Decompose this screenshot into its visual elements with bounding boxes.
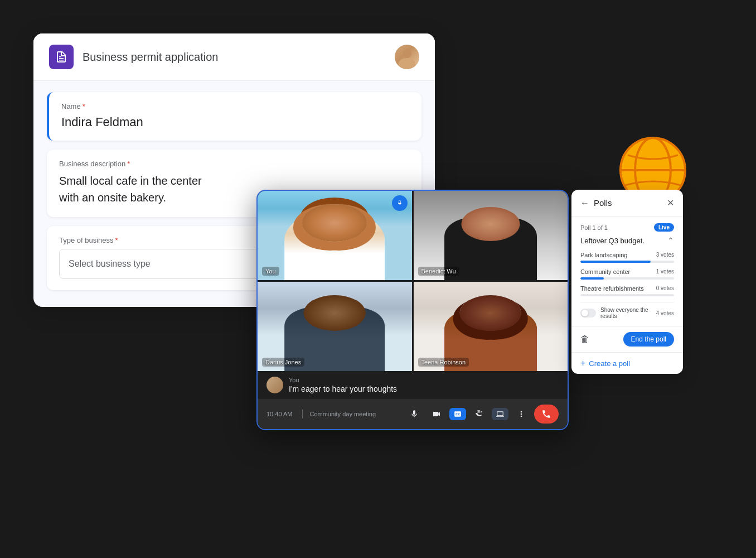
present-button[interactable] xyxy=(492,408,508,420)
tile-label-you: You xyxy=(262,267,279,276)
camera-button[interactable] xyxy=(427,405,446,424)
video-tile-darius: Darius Jones xyxy=(258,282,412,371)
cc-button[interactable] xyxy=(449,408,466,420)
video-tile-teena: Teena Robinson xyxy=(414,282,568,371)
chat-sender: You xyxy=(289,377,559,383)
poll-meta: Poll 1 of 1 Live xyxy=(580,223,674,232)
show-results-toggle[interactable] xyxy=(580,309,596,318)
poll-option-1: Community center 1 votes xyxy=(580,268,674,280)
option-votes-0: 3 votes xyxy=(656,252,674,258)
poll-option-2: Theatre refurbishments 0 votes xyxy=(580,285,674,296)
meeting-name: Community day meeting xyxy=(309,411,401,417)
option-bar-0 xyxy=(580,261,674,263)
form-title: Business permit application xyxy=(83,51,395,64)
chat-bar: You I'm eager to hear your thoughts xyxy=(258,371,568,399)
poll-count: Poll 1 of 1 xyxy=(580,224,608,231)
polls-body: Poll 1 of 1 Live Leftover Q3 budget. ⌃ P… xyxy=(571,217,683,326)
show-results-label: Show everyone the results xyxy=(600,307,652,319)
chevron-up-icon: ⌃ xyxy=(667,236,674,245)
mic-active-icon xyxy=(392,195,408,211)
form-header: Business permit application xyxy=(33,33,435,81)
mic-button[interactable] xyxy=(405,405,424,424)
chat-content: You I'm eager to hear your thoughts xyxy=(289,377,559,393)
option-label-0: Park landscaping xyxy=(580,252,627,258)
poll-option-0: Park landscaping 3 votes xyxy=(580,252,674,263)
option-votes-2: 0 votes xyxy=(656,285,674,292)
chat-message: I'm eager to hear your thoughts xyxy=(289,384,559,393)
end-poll-button[interactable]: End the poll xyxy=(623,332,674,347)
polls-panel: ← Polls ✕ Poll 1 of 1 Live Leftover Q3 b… xyxy=(571,190,683,374)
create-poll-footer[interactable]: + Create a poll xyxy=(571,352,683,374)
select-placeholder: Select business type xyxy=(69,259,151,269)
more-options-button[interactable] xyxy=(512,405,531,424)
option-bar-1 xyxy=(580,277,674,280)
back-button[interactable]: ← xyxy=(580,198,589,208)
meeting-time: 10:40 AM xyxy=(266,411,292,417)
option-bar-fill-0 xyxy=(580,261,651,263)
name-value: Indira Feldman xyxy=(61,115,409,129)
end-call-button[interactable] xyxy=(534,405,559,424)
hand-raise-button[interactable] xyxy=(469,405,488,424)
polls-actions: 🗑 End the poll xyxy=(571,326,683,352)
chat-avatar xyxy=(266,377,283,393)
form-icon xyxy=(49,45,74,69)
close-button[interactable]: ✕ xyxy=(667,198,674,208)
tile-label-teena: Teena Robinson xyxy=(418,358,469,367)
create-poll-label: Create a poll xyxy=(589,359,630,368)
option-label-2: Theatre refurbishments xyxy=(580,285,644,292)
video-call-card: You Benedict Wu Darius Jones Teena Robin… xyxy=(256,190,569,430)
tile-label-benedict: Benedict Wu xyxy=(418,267,459,276)
option-bar-fill-1 xyxy=(580,277,604,280)
video-grid: You Benedict Wu Darius Jones Teena Robin… xyxy=(258,191,568,371)
delete-poll-button[interactable]: 🗑 xyxy=(580,334,589,344)
video-toolbar: 10:40 AM Community day meeting xyxy=(258,399,568,429)
plus-icon: + xyxy=(580,358,585,368)
polls-header: ← Polls ✕ xyxy=(571,190,683,217)
show-results-votes: 4 votes xyxy=(656,310,674,316)
tile-label-darius: Darius Jones xyxy=(262,358,304,367)
avatar-image xyxy=(395,45,419,69)
video-tile-benedict: Benedict Wu xyxy=(414,191,568,280)
polls-title: Polls xyxy=(594,198,667,208)
show-results-row: Show everyone the results 4 votes xyxy=(580,302,674,319)
option-bar-2 xyxy=(580,294,674,296)
description-label: Business description * xyxy=(59,160,409,168)
poll-question: Leftover Q3 budget. ⌃ xyxy=(580,236,674,245)
video-tile-you: You xyxy=(258,191,412,280)
name-field[interactable]: Name * Indira Feldman xyxy=(47,92,421,141)
poll-live-badge: Live xyxy=(654,223,674,232)
option-label-1: Community center xyxy=(580,268,630,275)
form-avatar xyxy=(395,45,419,69)
option-votes-1: 1 votes xyxy=(656,268,674,275)
toolbar-divider xyxy=(302,410,303,419)
name-label: Name * xyxy=(61,102,409,110)
